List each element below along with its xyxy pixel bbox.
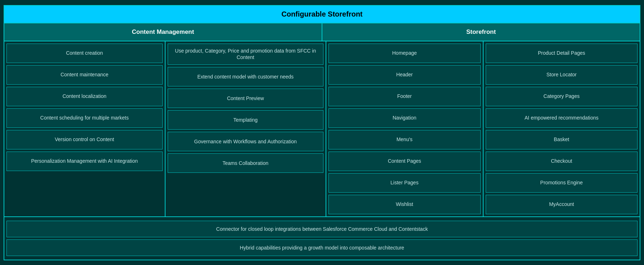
list-item: Store Locator xyxy=(486,65,638,85)
title-bar: Configurable Storefront xyxy=(4,6,640,23)
list-item: Navigation xyxy=(328,108,481,128)
storefront-col2: Product Detail PagesStore LocatorCategor… xyxy=(484,41,640,216)
list-item: MyAccount xyxy=(486,195,638,214)
list-item: Checkout xyxy=(486,152,638,171)
list-item: Teams Collaboration xyxy=(168,153,324,173)
list-item: Personalization Management with AI Integ… xyxy=(6,152,163,171)
list-item: Header xyxy=(328,65,481,85)
list-item: Homepage xyxy=(328,44,481,63)
list-item: Category Pages xyxy=(486,87,638,106)
footer-row-1: Connector for closed loop integrations b… xyxy=(6,221,638,237)
list-item: Promotions Engine xyxy=(486,173,638,193)
content-management-header: Content Management xyxy=(4,23,322,41)
list-item: Governance with Workflows and Authorizat… xyxy=(168,132,324,151)
list-item: Menu's xyxy=(328,130,481,149)
list-item: Version control on Content xyxy=(6,130,163,149)
main-container: Configurable Storefront Content Manageme… xyxy=(4,5,640,260)
page-title: Configurable Storefront xyxy=(281,10,363,18)
content-mgmt-col1: Content creationContent maintenanceConte… xyxy=(4,41,165,216)
left-panel: Content creationContent maintenanceConte… xyxy=(4,41,326,216)
footer-text-1: Connector for closed loop integrations b… xyxy=(216,226,428,232)
footer-text-2: Hybrid capabilities providing a growth m… xyxy=(240,245,404,251)
list-item: Content Preview xyxy=(168,89,324,108)
storefront-col1: HomepageHeaderFooterNavigationMenu'sCont… xyxy=(326,41,484,216)
list-item: AI empowered recommendations xyxy=(486,108,638,128)
list-item: Product Detail Pages xyxy=(486,44,638,63)
list-item: Wishlist xyxy=(328,195,481,214)
right-panel: HomepageHeaderFooterNavigationMenu'sCont… xyxy=(326,41,640,216)
list-item: Content creation xyxy=(6,44,163,63)
list-item: Content localization xyxy=(6,87,163,106)
content-area: Content creationContent maintenanceConte… xyxy=(4,41,640,217)
footer-row-2: Hybrid capabilities providing a growth m… xyxy=(6,239,638,256)
content-mgmt-col2: Use product, Category, Price and promoti… xyxy=(165,41,326,216)
list-item: Content maintenance xyxy=(6,65,163,85)
list-item: Footer xyxy=(328,87,481,106)
footer-section: Connector for closed loop integrations b… xyxy=(4,217,640,260)
list-item: Templating xyxy=(168,110,324,130)
list-item: Extend content model with customer needs xyxy=(168,67,324,86)
storefront-header: Storefront xyxy=(322,23,640,41)
list-item: Content scheduling for multiple markets xyxy=(6,108,163,128)
list-item: Lister Pages xyxy=(328,173,481,193)
section-headers: Content Management Storefront xyxy=(4,23,640,41)
list-item: Content Pages xyxy=(328,152,481,171)
list-item: Use product, Category, Price and promoti… xyxy=(168,44,324,65)
list-item: Basket xyxy=(486,130,638,149)
